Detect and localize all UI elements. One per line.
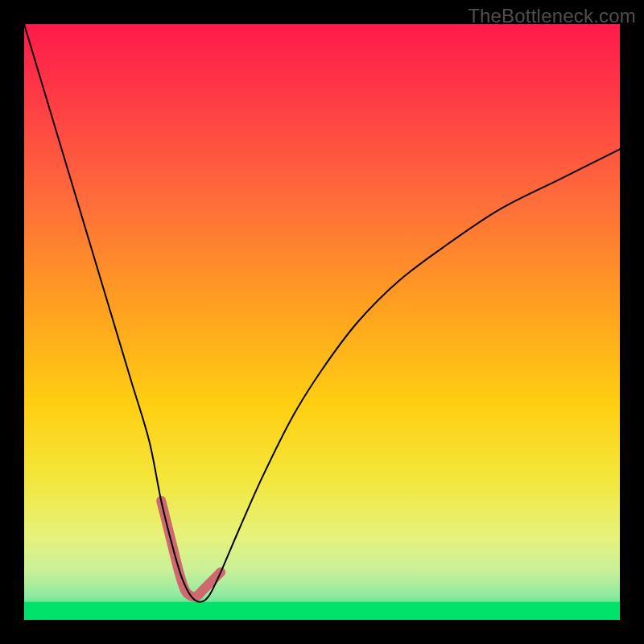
plot-area: [24, 24, 620, 620]
green-band: [24, 602, 620, 620]
chart-svg: [24, 24, 620, 620]
chart-stage: TheBottleneck.com: [0, 0, 644, 644]
